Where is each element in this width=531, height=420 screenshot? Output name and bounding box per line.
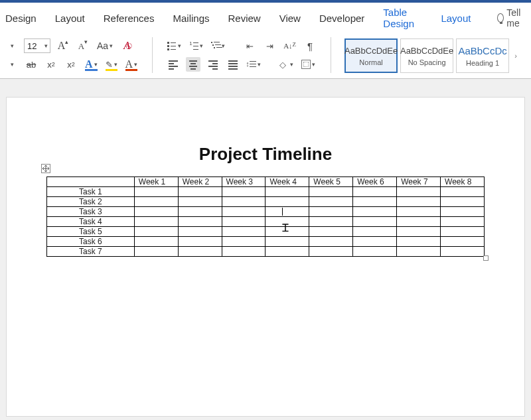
data-cell[interactable] — [134, 247, 178, 257]
data-cell[interactable] — [178, 237, 222, 247]
data-cell[interactable] — [222, 217, 266, 227]
shading-button[interactable]: ▾ — [278, 57, 295, 72]
data-cell[interactable] — [397, 247, 441, 257]
data-cell[interactable] — [397, 187, 441, 197]
data-cell[interactable] — [266, 227, 309, 237]
data-cell[interactable] — [266, 197, 309, 207]
data-cell[interactable] — [134, 227, 178, 237]
data-cell[interactable] — [309, 237, 353, 247]
clear-formatting-button[interactable]: A⃠ — [119, 38, 134, 53]
data-cell[interactable] — [441, 247, 485, 257]
tab-developer[interactable]: Developer — [319, 13, 364, 24]
borders-button[interactable]: ▾ — [300, 57, 317, 72]
header-cell[interactable]: Week 2 — [178, 177, 222, 187]
data-cell[interactable] — [441, 207, 485, 217]
data-cell[interactable] — [309, 197, 353, 207]
align-center-button[interactable] — [186, 57, 200, 72]
tab-layout[interactable]: Layout — [55, 13, 85, 24]
data-cell[interactable] — [397, 227, 441, 237]
styles-more-button[interactable]: › — [512, 38, 520, 73]
data-cell[interactable] — [178, 247, 222, 257]
style-normal[interactable]: AaBbCcDdEe Normal — [344, 38, 398, 73]
sort-button[interactable]: A↓Z — [282, 38, 297, 53]
data-cell[interactable] — [222, 227, 266, 237]
header-cell[interactable]: Week 4 — [266, 177, 309, 187]
data-cell[interactable] — [397, 237, 441, 247]
document-title[interactable]: Project Timeline — [46, 144, 485, 165]
data-cell[interactable] — [353, 237, 397, 247]
data-cell[interactable] — [178, 187, 222, 197]
data-cell[interactable] — [353, 217, 397, 227]
data-cell[interactable] — [441, 227, 485, 237]
data-cell[interactable] — [309, 217, 353, 227]
task-cell[interactable]: Task 1 — [47, 187, 135, 197]
task-cell[interactable]: Task 7 — [47, 247, 135, 257]
font-name-dd-icon[interactable]: ▾ — [4, 38, 19, 53]
data-cell[interactable] — [441, 197, 485, 207]
table-row[interactable]: Task 5 — [47, 227, 485, 237]
style-heading-1[interactable]: AaBbCcDc Heading 1 — [456, 38, 509, 73]
tab-table-layout[interactable]: Layout — [441, 13, 471, 24]
data-cell[interactable] — [178, 197, 222, 207]
table-row[interactable]: Task 4 — [47, 217, 485, 227]
prev-dd-icon[interactable]: ▾ — [4, 57, 19, 72]
page[interactable]: Project Timeline Week 1 Week 2 Week 3 We… — [7, 98, 524, 416]
header-cell[interactable]: Week 7 — [397, 177, 441, 187]
header-cell[interactable]: Week 3 — [222, 177, 266, 187]
data-cell[interactable] — [266, 207, 309, 217]
strikethrough-button[interactable]: ab — [24, 57, 38, 72]
data-cell[interactable] — [353, 227, 397, 237]
data-cell[interactable] — [353, 207, 397, 217]
data-cell[interactable] — [178, 207, 222, 217]
header-cell[interactable] — [47, 177, 135, 187]
decrease-indent-button[interactable]: ⇤ — [242, 38, 257, 53]
table-row[interactable]: Task 7 — [47, 247, 485, 257]
data-cell[interactable] — [266, 187, 309, 197]
data-cell[interactable] — [397, 197, 441, 207]
task-cell[interactable]: Task 2 — [47, 197, 135, 207]
bullets-button[interactable]: ▾ — [166, 38, 183, 53]
task-cell[interactable]: Task 3 — [47, 207, 135, 217]
tab-table-design[interactable]: Table Design — [383, 7, 422, 29]
header-cell[interactable]: Week 6 — [353, 177, 397, 187]
highlight-button[interactable]: ✎▾ — [104, 57, 119, 72]
grow-font-button[interactable]: A▴ — [56, 38, 70, 53]
task-cell[interactable]: Task 4 — [47, 217, 135, 227]
tab-review[interactable]: Review — [228, 13, 261, 24]
data-cell[interactable] — [222, 207, 266, 217]
data-cell[interactable] — [309, 187, 353, 197]
data-cell[interactable] — [134, 207, 178, 217]
multilevel-list-button[interactable]: ▾ — [210, 38, 226, 53]
data-cell[interactable] — [397, 207, 441, 217]
font-size-input[interactable]: 12 ▾ — [24, 38, 50, 53]
tab-view[interactable]: View — [279, 13, 301, 24]
header-cell[interactable]: Week 5 — [309, 177, 353, 187]
data-cell[interactable] — [441, 187, 485, 197]
header-cell[interactable]: Week 1 — [134, 177, 178, 187]
timeline-table[interactable]: Week 1 Week 2 Week 3 Week 4 Week 5 Week … — [46, 176, 485, 257]
data-cell[interactable] — [134, 187, 178, 197]
data-cell[interactable] — [222, 247, 266, 257]
header-cell[interactable]: Week 8 — [441, 177, 485, 187]
justify-button[interactable] — [226, 57, 240, 72]
align-left-button[interactable] — [166, 57, 181, 72]
data-cell[interactable] — [397, 217, 441, 227]
data-cell[interactable] — [309, 207, 353, 217]
table-row[interactable]: Task 1 — [47, 187, 485, 197]
data-cell[interactable] — [309, 247, 353, 257]
subscript-button[interactable]: x2 — [44, 57, 58, 72]
data-cell[interactable] — [266, 217, 309, 227]
tab-references[interactable]: References — [104, 13, 155, 24]
change-case-button[interactable]: Aa▾ — [96, 38, 114, 53]
table-header-row[interactable]: Week 1 Week 2 Week 3 Week 4 Week 5 Week … — [47, 177, 485, 187]
data-cell[interactable] — [222, 187, 266, 197]
data-cell[interactable] — [178, 217, 222, 227]
data-cell[interactable] — [353, 197, 397, 207]
show-hide-button[interactable]: ¶ — [303, 38, 317, 53]
data-cell[interactable] — [134, 217, 178, 227]
tab-design[interactable]: Design — [5, 13, 37, 24]
superscript-button[interactable]: x2 — [64, 57, 78, 72]
style-no-spacing[interactable]: AaBbCcDdEe No Spacing — [400, 38, 453, 73]
data-cell[interactable] — [309, 227, 353, 237]
data-cell[interactable] — [441, 237, 485, 247]
